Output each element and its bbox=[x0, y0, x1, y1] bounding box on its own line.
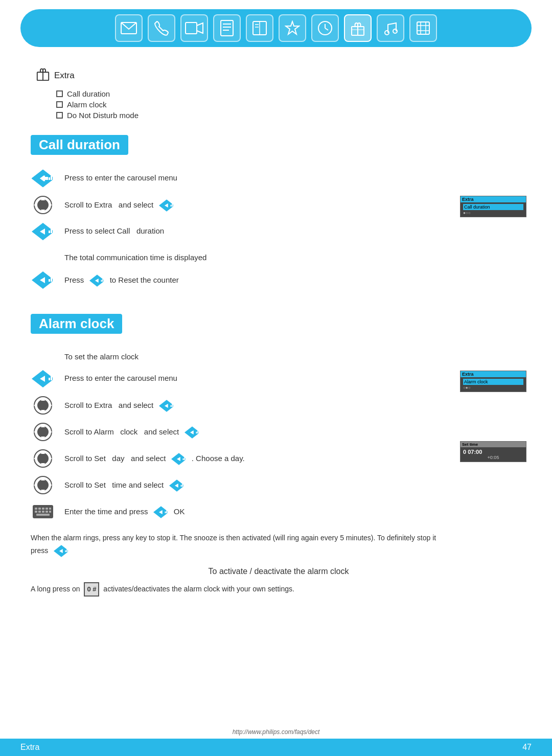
svg-rect-59 bbox=[49, 378, 50, 380]
alarm-text-2: Scroll to Extra and select bbox=[64, 395, 460, 413]
screen-item-cd: Call duration bbox=[463, 204, 523, 210]
svg-rect-54 bbox=[101, 280, 102, 281]
svg-rect-121 bbox=[166, 511, 167, 513]
nav-music-icon[interactable] bbox=[377, 14, 404, 42]
nav-mail-icon[interactable] bbox=[115, 14, 143, 42]
alarm-sub-title: To set the alarm clock bbox=[64, 347, 526, 363]
checkbox-alarm-clock bbox=[56, 101, 63, 108]
snooze-text: When the alarm rings, press any key to s… bbox=[31, 532, 450, 558]
svg-marker-10 bbox=[286, 21, 299, 34]
alarm-screen-2: Set time 0 07:00 +0:05 bbox=[460, 441, 526, 462]
svg-rect-109 bbox=[42, 508, 44, 510]
activate-title: To activate / deactivate the alarm clock bbox=[31, 567, 526, 576]
nav-video-icon[interactable] bbox=[180, 14, 208, 42]
alarm-text-5: Scroll to Set time and select bbox=[64, 475, 460, 492]
set-time-value: 0 07:00 bbox=[463, 449, 523, 455]
nav-contacts-icon[interactable] bbox=[213, 14, 241, 42]
svg-marker-76 bbox=[41, 437, 45, 440]
svg-rect-114 bbox=[42, 511, 44, 513]
alarm-scroll-key-4 bbox=[31, 448, 55, 469]
svg-marker-97 bbox=[41, 477, 45, 480]
call-duration-title: Call duration bbox=[31, 135, 128, 155]
checkbox-dnd bbox=[56, 112, 63, 119]
screen-title-cd: Extra bbox=[461, 196, 526, 202]
svg-rect-93 bbox=[184, 457, 185, 460]
svg-rect-104 bbox=[182, 484, 183, 487]
alarm-text-6: Enter the time and press OK bbox=[64, 501, 460, 519]
set-time-title: Set time bbox=[461, 442, 526, 447]
svg-rect-92 bbox=[182, 459, 183, 460]
call-duration-section: Call duration bbox=[31, 130, 526, 293]
alarm-scroll-key-3 bbox=[31, 422, 55, 442]
activate-text: A long press on 0 # activates/deactivate… bbox=[31, 582, 450, 597]
menu-item-label: Do Not Disturb mode bbox=[67, 111, 139, 120]
extra-section-header: Extra bbox=[36, 66, 526, 84]
menu-item-call-duration: Call duration bbox=[56, 89, 526, 98]
svg-rect-122 bbox=[168, 510, 169, 514]
instruction-row-1: Press to enter the carousel menu bbox=[31, 165, 460, 192]
alarm-screen-title-1: Extra bbox=[461, 371, 526, 377]
scroll-key-icon-2 bbox=[31, 195, 55, 215]
footer-bar: Extra 47 bbox=[0, 739, 552, 756]
alarm-clock-title: Alarm clock bbox=[31, 314, 122, 334]
svg-rect-46 bbox=[53, 227, 54, 233]
nav-phone-icon[interactable] bbox=[148, 14, 175, 42]
svg-point-74 bbox=[37, 426, 49, 438]
nav-book-icon[interactable] bbox=[246, 14, 273, 42]
footer-label: Extra bbox=[20, 743, 39, 752]
svg-rect-56 bbox=[104, 278, 105, 282]
menu-item-alarm-clock: Alarm clock bbox=[56, 100, 526, 109]
nav-extra-icon[interactable] bbox=[344, 14, 372, 42]
alarm-text-3: Scroll to Alarm clock and select bbox=[64, 422, 460, 439]
alarm-text-1: Press to enter the carousel menu bbox=[64, 369, 460, 384]
svg-marker-87 bbox=[41, 463, 45, 466]
top-nav[interactable] bbox=[20, 9, 532, 47]
alarm-row-1: Press to enter the carousel menu bbox=[31, 365, 460, 392]
svg-marker-75 bbox=[41, 424, 45, 427]
alarm-screen-item: Alarm clock bbox=[463, 379, 523, 385]
svg-rect-127 bbox=[68, 548, 69, 552]
hash-key: 0 # bbox=[87, 584, 96, 595]
arrow-key-icon-1 bbox=[31, 168, 55, 189]
alarm-kbd-key-6 bbox=[31, 501, 55, 522]
menu-item-label: Call duration bbox=[67, 89, 110, 98]
svg-line-13 bbox=[325, 28, 328, 30]
alarm-screen-1: Extra Alarm clock ○●○ bbox=[460, 371, 526, 392]
checkbox-call-duration bbox=[56, 90, 63, 97]
svg-marker-34 bbox=[41, 210, 45, 213]
call-duration-screen: Extra Call duration ●○○ bbox=[460, 196, 526, 217]
svg-rect-113 bbox=[38, 511, 41, 513]
svg-rect-108 bbox=[38, 508, 41, 510]
svg-rect-81 bbox=[196, 432, 197, 433]
svg-rect-30 bbox=[53, 174, 54, 180]
svg-rect-110 bbox=[45, 508, 48, 510]
svg-marker-33 bbox=[41, 197, 45, 200]
svg-rect-55 bbox=[102, 279, 103, 281]
svg-rect-107 bbox=[35, 508, 37, 510]
alarm-row-5: Scroll to Set time and select bbox=[31, 472, 460, 498]
instruction-row-5: Press to Reset the counter bbox=[31, 267, 460, 293]
instruction-row-4: The total communication time is displaye… bbox=[31, 245, 460, 267]
instruction-text-3: Press to select Call duration bbox=[64, 221, 460, 237]
alarm-row-3: Scroll to Alarm clock and select bbox=[31, 419, 460, 445]
nav-star-icon[interactable] bbox=[279, 14, 306, 42]
svg-rect-83 bbox=[199, 430, 200, 434]
nav-clock-icon[interactable] bbox=[311, 14, 339, 42]
alarm-text-4: Scroll to Set day and select . Choose a … bbox=[64, 448, 460, 466]
instruction-text-1: Press to enter the carousel menu bbox=[64, 168, 460, 184]
alarm-clock-section: Alarm clock To set the alarm clock bbox=[31, 309, 526, 597]
svg-marker-64 bbox=[41, 398, 45, 401]
svg-point-63 bbox=[37, 400, 49, 411]
svg-rect-105 bbox=[183, 483, 185, 487]
svg-rect-49 bbox=[49, 279, 50, 282]
arrow-key-icon-3 bbox=[31, 221, 55, 242]
main-content: Extra Call duration Alarm clock Do Not D… bbox=[0, 47, 552, 617]
svg-rect-45 bbox=[51, 229, 52, 233]
svg-rect-50 bbox=[51, 278, 52, 282]
svg-rect-116 bbox=[49, 511, 51, 513]
svg-rect-41 bbox=[173, 203, 174, 207]
extra-label: Extra bbox=[54, 71, 75, 81]
instruction-text-5: Press to Reset the counter bbox=[64, 270, 460, 287]
menu-item-dnd: Do Not Disturb mode bbox=[56, 111, 526, 120]
nav-settings-icon[interactable] bbox=[409, 14, 437, 42]
